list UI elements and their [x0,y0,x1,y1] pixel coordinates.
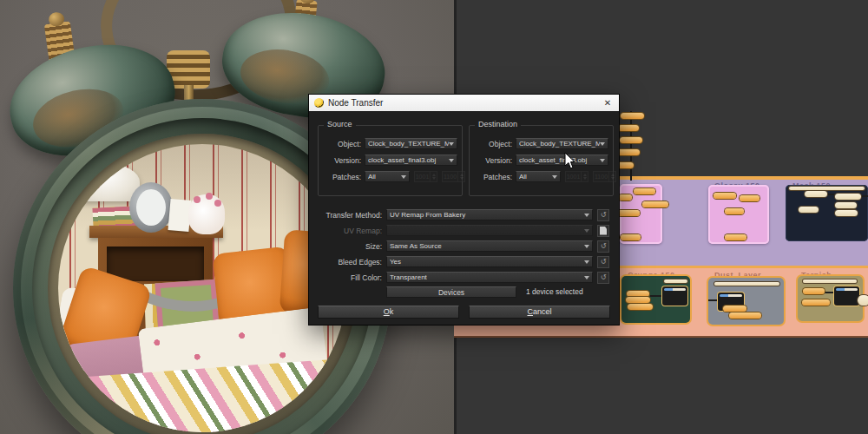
chevron-down-icon [584,260,589,264]
clock-room-scene [58,144,346,432]
transfer-method-label: Transfer Method: [309,211,386,220]
reset-icon[interactable]: ↺ [597,272,609,284]
reset-icon[interactable]: ↺ [597,209,609,221]
sub-node[interactable] [834,286,859,306]
reset-icon[interactable]: ↺ [597,240,609,253]
node-pill[interactable] [789,187,865,190]
chevron-down-icon [584,229,589,233]
chevron-down-icon [600,142,605,146]
chevron-down-icon [584,245,589,248]
version-label: Version: [474,156,516,165]
destination-group: Destination Object: Clock_body_TEXTURE_M… [469,125,614,196]
node-wire [650,295,662,297]
devices-status: 1 device selected [526,286,583,298]
chevron-down-icon [449,159,454,162]
node-pill[interactable] [723,306,746,312]
chevron-down-icon [449,142,454,146]
devices-button[interactable]: Devices [386,286,516,298]
node-pill[interactable] [634,188,655,194]
source-legend: Source [324,120,356,128]
node-pill[interactable] [803,279,857,283]
chevron-down-icon [552,175,557,179]
node-pill[interactable] [621,113,644,119]
size-label: Size: [309,242,386,251]
destination-version-dropdown[interactable]: clock_asset_final3.obj [516,155,608,166]
chevron-down-icon [584,276,589,279]
reset-icon[interactable]: ↺ [597,256,609,268]
node-pill[interactable] [729,312,761,319]
node-transfer-dialog: Node Transfer ✕ Source Object: Clock_bod… [308,94,620,326]
destination-legend: Destination [475,120,521,128]
node-pill[interactable] [664,279,687,283]
source-version-dropdown[interactable]: clock_asset_final3.obj [365,155,457,166]
object-label: Object: [474,140,516,148]
bleed-edges-label: Bleed Edges: [309,258,386,266]
node-pill[interactable] [858,295,868,306]
source-patch-from-spinner[interactable]: 1001 [414,171,437,182]
node-pill[interactable] [621,234,641,240]
ok-button[interactable]: Ok [318,306,459,319]
node-pill[interactable] [628,304,653,310]
bleed-edges-dropdown[interactable]: Yes [386,256,593,267]
app-screen: Glossy 150 Mask 150 Grunge 150 Dust_Laye… [0,0,868,434]
node-pill[interactable] [618,125,639,131]
dialog-titlebar[interactable]: Node Transfer ✕ [309,95,619,111]
close-icon[interactable]: ✕ [602,98,614,108]
node-wire [630,111,632,181]
size-dropdown[interactable]: Same As Source [386,240,593,252]
node-pill[interactable] [642,201,668,207]
node-pill[interactable] [626,297,650,303]
node-pill[interactable] [835,194,861,200]
node-pill[interactable] [713,193,736,199]
destination-patch-to-spinner[interactable]: 1100 [593,171,616,182]
transfer-method-dropdown[interactable]: UV Remap From Bakery [386,209,593,220]
node-pill[interactable] [618,210,640,216]
chevron-down-icon [584,214,589,217]
chevron-down-icon [600,159,605,162]
node-pill[interactable] [620,137,642,143]
destination-patch-from-spinner[interactable]: 1001 [565,171,589,182]
node-pill[interactable] [725,208,744,214]
destination-patches-dropdown[interactable]: All [516,171,561,182]
node-pill[interactable] [740,195,760,201]
sub-node[interactable] [662,286,687,306]
fill-color-dropdown[interactable]: Transparent [386,272,593,283]
room-table-clock [129,182,173,233]
node-pill[interactable] [616,149,640,155]
chevron-down-icon [401,175,406,179]
source-object-dropdown[interactable]: Clock_body_TEXTURE_ME [365,138,457,149]
source-patch-to-spinner[interactable]: 1100 [442,171,465,182]
node-pill[interactable] [835,202,857,208]
destination-object-dropdown[interactable]: Clock_body_TEXTURE_ME [516,138,608,149]
node-pill[interactable] [803,288,825,294]
uv-remap-dropdown[interactable] [386,225,593,236]
source-group: Source Object: Clock_body_TEXTURE_ME Ver… [318,125,463,196]
node-pill[interactable] [799,207,819,213]
source-patches-dropdown[interactable]: All [365,171,410,182]
uv-remap-label: UV Remap: [309,227,386,235]
cancel-button[interactable]: Cancel [469,306,610,319]
fill-color-label: Fill Color: [309,273,386,282]
mouse-cursor [564,153,576,170]
patches-label: Patches: [474,173,516,181]
node-pill[interactable] [714,282,779,286]
version-label: Version: [323,156,365,165]
node-pill[interactable] [802,299,830,306]
dialog-title: Node Transfer [328,98,602,108]
file-browse-icon[interactable] [597,225,609,237]
node-pill[interactable] [725,234,746,240]
object-label: Object: [323,140,365,148]
app-logo-icon [314,98,324,108]
node-pill[interactable] [619,194,632,201]
node-pill[interactable] [805,191,827,197]
patches-label: Patches: [323,173,365,181]
node-pill[interactable] [627,291,649,297]
node-pill[interactable] [835,210,858,216]
